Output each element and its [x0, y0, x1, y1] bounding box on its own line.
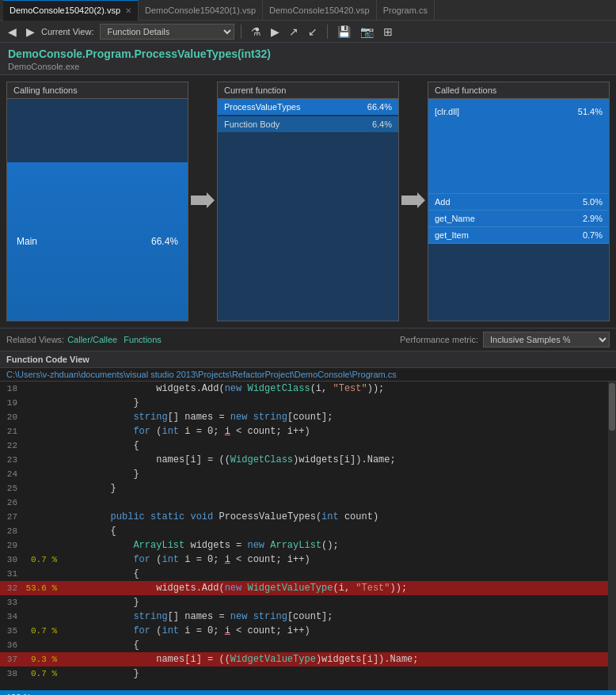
line-number: 35	[0, 624, 24, 638]
line-pct	[24, 538, 62, 553]
current-body-label: Function Body	[224, 120, 372, 129]
calling-panel-header: Calling functions	[7, 82, 188, 99]
expand-button[interactable]: ⊞	[380, 24, 396, 40]
tab-0-close[interactable]: ✕	[125, 6, 131, 15]
perf-metric-select[interactable]: Inclusive Samples % Exclusive Samples % …	[483, 332, 610, 348]
toolbar-sep-1	[241, 25, 241, 39]
called-pct-getitem: 0.7%	[583, 230, 603, 240]
exe-label: DemoConsole.exe	[8, 62, 608, 71]
line-pct	[24, 638, 62, 652]
line-pct	[24, 382, 62, 396]
line-code: public static void ProcessValueTypes(int…	[62, 510, 616, 524]
called-panel-body: [clr.dll] 51.4% Add 5.0% get_Name 2.9% g…	[428, 99, 609, 321]
line-code: {	[62, 439, 616, 453]
table-row: 300.7 % for (int i = 0; i < count; i++)	[0, 553, 616, 567]
table-row: 34 string[] names = new string[count];	[0, 610, 616, 624]
line-code: for (int i = 0; i < count; i++)	[62, 553, 616, 567]
toolbar-sep-2	[327, 25, 328, 39]
tab-3[interactable]: Program.cs	[377, 0, 435, 21]
line-code: for (int i = 0; i < count; i++)	[62, 424, 616, 439]
camera-button[interactable]: 📷	[357, 24, 377, 40]
line-code: }	[62, 667, 616, 681]
current-top-row[interactable]: ProcessValueTypes 66.4%	[218, 99, 398, 115]
line-code: {	[62, 567, 616, 581]
toolbar-btn-3[interactable]: ↙	[305, 24, 321, 40]
code-body: 18 widgets.Add(new WidgetClass(i, "Test"…	[0, 382, 616, 690]
caller-callee-link[interactable]: Caller/Callee	[67, 335, 117, 344]
table-row: 29 ArrayList widgets = new ArrayList();	[0, 538, 616, 553]
caller-callee-section: Calling functions Main 66.4% Current fun…	[0, 75, 616, 329]
called-label-getname: get_Name	[435, 214, 583, 223]
called-panel-header: Called functions	[428, 82, 609, 99]
calling-label: Main	[17, 236, 151, 247]
line-pct	[24, 524, 62, 538]
called-pct-clr: 51.4%	[578, 107, 603, 116]
toolbar-btn-1[interactable]: ▶	[268, 24, 283, 40]
code-area: 18 widgets.Add(new WidgetClass(i, "Test"…	[0, 382, 616, 690]
svg-marker-0	[191, 192, 215, 208]
line-pct	[24, 410, 62, 424]
line-pct: 9.3 %	[24, 652, 62, 667]
tab-0[interactable]: DemoConsole150420(2).vsp ✕	[3, 0, 139, 21]
line-pct	[24, 567, 62, 581]
called-item-getitem[interactable]: get_Item 0.7%	[428, 227, 609, 244]
save-button[interactable]: 💾	[334, 24, 354, 40]
filter-button[interactable]: ⚗	[248, 24, 264, 40]
line-number: 26	[0, 496, 24, 510]
line-pct: 0.7 %	[24, 553, 62, 567]
scrollbar-thumb[interactable]	[609, 383, 615, 431]
table-row: 23 names[i] = ((WidgetClass)widgets[i]).…	[0, 453, 616, 467]
tab-2[interactable]: DemoConsole150420.vsp	[263, 0, 377, 21]
forward-button[interactable]: ▶	[23, 24, 38, 40]
line-pct: 0.7 %	[24, 667, 62, 681]
toolbar-btn-2[interactable]: ↗	[286, 24, 302, 40]
tab-1[interactable]: DemoConsole150420(1).vsp	[139, 0, 263, 21]
arrow-right-icon	[191, 192, 215, 208]
back-button[interactable]: ◀	[5, 24, 20, 40]
table-row: 36 {	[0, 638, 616, 652]
current-view-label: Current View:	[41, 27, 93, 36]
arrow-current-to-called	[399, 82, 428, 208]
line-number: 29	[0, 538, 24, 553]
line-number: 36	[0, 638, 24, 652]
line-pct	[24, 481, 62, 496]
table-row: 33 }	[0, 595, 616, 610]
called-label-getitem: get_Item	[435, 230, 583, 240]
cc-grid: Calling functions Main 66.4% Current fun…	[6, 82, 610, 321]
current-body-pct: 6.4%	[372, 120, 392, 129]
called-item-add[interactable]: Add 5.0%	[428, 194, 609, 211]
code-path: C:\Users\v-zhduan\documents\visual studi…	[0, 368, 616, 382]
function-title: DemoConsole.Program.ProcessValueTypes(in…	[8, 47, 608, 60]
current-body-row[interactable]: Function Body 6.4%	[218, 116, 398, 132]
calling-block-main[interactable]: Main 66.4%	[7, 162, 188, 321]
line-number: 30	[0, 553, 24, 567]
table-row: 19 }	[0, 396, 616, 410]
line-number: 21	[0, 424, 24, 439]
line-number: 37	[0, 652, 24, 667]
called-item-getname[interactable]: get_Name 2.9%	[428, 211, 609, 227]
table-row: 18 widgets.Add(new WidgetClass(i, "Test"…	[0, 382, 616, 396]
line-code: widgets.Add(new WidgetValueType(i, "Test…	[62, 581, 616, 595]
line-number: 22	[0, 439, 24, 453]
current-view-select[interactable]: Function Details Summary Call Tree	[100, 24, 234, 40]
table-row: 22 {	[0, 439, 616, 453]
line-pct	[24, 439, 62, 453]
table-row: 25 }	[0, 481, 616, 496]
line-number: 32	[0, 581, 24, 595]
line-code: }	[62, 396, 616, 410]
perf-metric-label: Performance metric:	[400, 335, 478, 344]
functions-link[interactable]: Functions	[124, 335, 162, 344]
line-pct: 53.6 %	[24, 581, 62, 595]
code-section-header: Function Code View	[0, 351, 616, 368]
scrollbar[interactable]	[608, 382, 616, 690]
current-top-pct: 66.4%	[367, 102, 392, 112]
top-section: DemoConsole.Program.ProcessValueTypes(in…	[0, 43, 616, 75]
called-item-clr[interactable]: [clr.dll] 51.4%	[428, 99, 609, 194]
line-code: names[i] = ((WidgetValueType)widgets[i])…	[62, 652, 616, 667]
line-pct: 0.7 %	[24, 624, 62, 638]
line-number: 33	[0, 595, 24, 610]
tab-3-label: Program.cs	[383, 6, 428, 15]
line-number: 19	[0, 396, 24, 410]
svg-marker-1	[401, 192, 425, 208]
line-code: for (int i = 0; i < count; i++)	[62, 624, 616, 638]
